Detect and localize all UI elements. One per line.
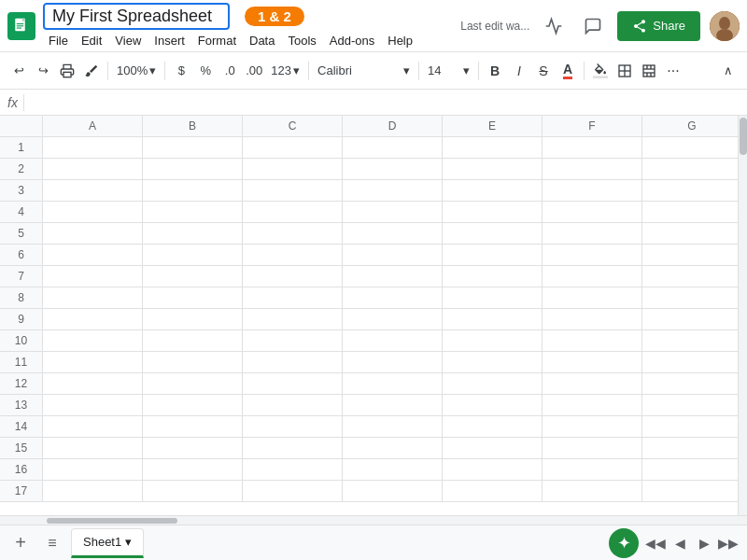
cell-A4[interactable] xyxy=(43,202,143,222)
cell-G17[interactable] xyxy=(642,481,738,501)
col-header-E[interactable]: E xyxy=(443,116,543,136)
cell-F11[interactable] xyxy=(543,352,642,372)
col-header-G[interactable]: G xyxy=(642,116,738,136)
cell-G3[interactable] xyxy=(642,180,738,201)
col-header-F[interactable]: F xyxy=(543,116,642,136)
scroll-prev-button[interactable]: ◀ xyxy=(669,532,691,554)
cell-B6[interactable] xyxy=(143,245,243,265)
cell-B8[interactable] xyxy=(143,287,243,308)
italic-button[interactable]: I xyxy=(508,58,530,84)
cell-C16[interactable] xyxy=(243,459,343,480)
cell-C8[interactable] xyxy=(243,287,343,308)
row-number-5[interactable]: 5 xyxy=(0,223,43,244)
cell-D5[interactable] xyxy=(343,223,443,244)
col-header-C[interactable]: C xyxy=(243,116,343,136)
cell-G2[interactable] xyxy=(642,159,738,179)
row-number-11[interactable]: 11 xyxy=(0,352,43,372)
cell-D17[interactable] xyxy=(343,481,443,501)
cell-A6[interactable] xyxy=(43,245,143,265)
cell-C1[interactable] xyxy=(243,137,343,158)
cell-B3[interactable] xyxy=(143,180,243,201)
undo-button[interactable]: ↩ xyxy=(7,58,30,84)
cell-F16[interactable] xyxy=(543,459,642,480)
cell-F2[interactable] xyxy=(543,159,642,179)
explore-button[interactable]: ✦ xyxy=(609,528,639,558)
row-number-7[interactable]: 7 xyxy=(0,266,43,287)
cell-D11[interactable] xyxy=(343,352,443,372)
cell-F14[interactable] xyxy=(543,416,642,437)
font-select[interactable]: Calibri ▾ xyxy=(314,58,414,84)
cell-E6[interactable] xyxy=(443,245,543,265)
sheet-list-button[interactable]: ≡ xyxy=(39,530,65,556)
cell-F3[interactable] xyxy=(543,180,642,201)
cell-G15[interactable] xyxy=(642,438,738,458)
cell-E10[interactable] xyxy=(443,330,543,351)
cell-A13[interactable] xyxy=(43,395,143,415)
menu-item-help[interactable]: Help xyxy=(382,32,418,49)
cell-D15[interactable] xyxy=(343,438,443,458)
formula-input[interactable] xyxy=(30,95,740,109)
bold-button[interactable]: B xyxy=(484,58,506,84)
cell-B7[interactable] xyxy=(143,266,243,287)
cell-B14[interactable] xyxy=(143,416,243,437)
row-number-6[interactable]: 6 xyxy=(0,245,43,265)
menu-item-tools[interactable]: Tools xyxy=(282,32,321,49)
doc-title-input[interactable] xyxy=(43,3,230,30)
cell-B15[interactable] xyxy=(143,438,243,458)
cell-D2[interactable] xyxy=(343,159,443,179)
cell-F12[interactable] xyxy=(543,373,642,394)
cell-A3[interactable] xyxy=(43,180,143,201)
more-toolbar-button[interactable]: ··· xyxy=(662,58,684,84)
cell-F13[interactable] xyxy=(543,395,642,415)
avatar[interactable] xyxy=(710,11,740,41)
row-number-12[interactable]: 12 xyxy=(0,373,43,394)
cell-F1[interactable] xyxy=(543,137,642,158)
cell-F4[interactable] xyxy=(543,202,642,222)
cell-A1[interactable] xyxy=(43,137,143,158)
cell-C10[interactable] xyxy=(243,330,343,351)
cell-C15[interactable] xyxy=(243,438,343,458)
cell-E15[interactable] xyxy=(443,438,543,458)
cell-A9[interactable] xyxy=(43,309,143,329)
cell-D6[interactable] xyxy=(343,245,443,265)
cell-C12[interactable] xyxy=(243,373,343,394)
scroll-last-button[interactable]: ▶▶ xyxy=(717,532,740,554)
cell-C7[interactable] xyxy=(243,266,343,287)
cell-B17[interactable] xyxy=(143,481,243,501)
menu-item-edit[interactable]: Edit xyxy=(76,32,107,49)
cell-C13[interactable] xyxy=(243,395,343,415)
row-number-10[interactable]: 10 xyxy=(0,330,43,351)
cell-C4[interactable] xyxy=(243,202,343,222)
cell-E4[interactable] xyxy=(443,202,543,222)
cell-C2[interactable] xyxy=(243,159,343,179)
row-number-15[interactable]: 15 xyxy=(0,438,43,458)
menu-item-file[interactable]: File xyxy=(43,32,74,49)
scroll-first-button[interactable]: ◀◀ xyxy=(644,532,667,554)
cell-D16[interactable] xyxy=(343,459,443,480)
cell-E1[interactable] xyxy=(443,137,543,158)
cell-B5[interactable] xyxy=(143,223,243,244)
scroll-next-button[interactable]: ▶ xyxy=(693,532,715,554)
cell-D3[interactable] xyxy=(343,180,443,201)
vertical-scrollbar[interactable] xyxy=(738,116,747,515)
cell-E5[interactable] xyxy=(443,223,543,244)
menu-item-add-ons[interactable]: Add-ons xyxy=(324,32,380,49)
cell-G11[interactable] xyxy=(642,352,738,372)
font-size-select[interactable]: 14 ▾ xyxy=(424,58,473,84)
row-number-9[interactable]: 9 xyxy=(0,309,43,329)
cell-G12[interactable] xyxy=(642,373,738,394)
menu-item-data[interactable]: Data xyxy=(244,32,280,49)
cell-C5[interactable] xyxy=(243,223,343,244)
cell-F5[interactable] xyxy=(543,223,642,244)
cell-D4[interactable] xyxy=(343,202,443,222)
col-header-B[interactable]: B xyxy=(143,116,243,136)
cell-A14[interactable] xyxy=(43,416,143,437)
cell-G6[interactable] xyxy=(642,245,738,265)
cell-G16[interactable] xyxy=(642,459,738,480)
cell-B11[interactable] xyxy=(143,352,243,372)
text-color-button[interactable]: A xyxy=(557,58,579,84)
row-number-4[interactable]: 4 xyxy=(0,202,43,222)
paint-format-button[interactable] xyxy=(80,58,103,84)
cell-D14[interactable] xyxy=(343,416,443,437)
cell-D1[interactable] xyxy=(343,137,443,158)
